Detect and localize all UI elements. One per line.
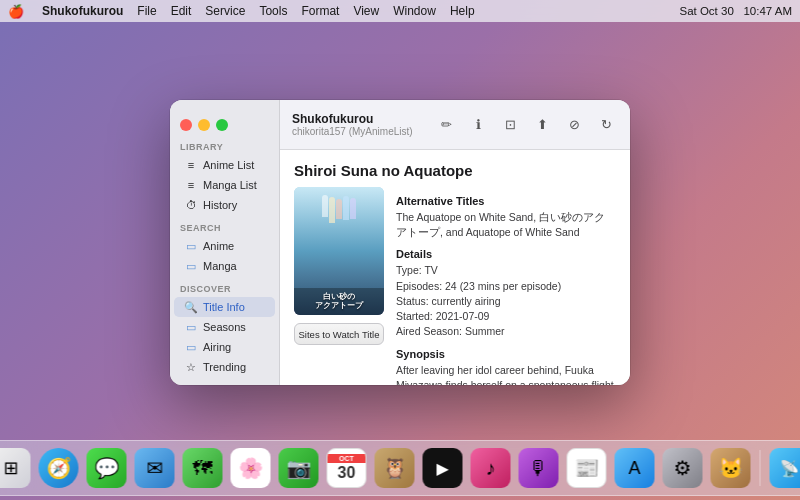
menubar-right: Sat Oct 30 10:47 AM [679, 5, 792, 17]
titlebar-actions: ✏ ℹ ⊡ ⬆ ⊘ ↻ [434, 113, 618, 137]
dock-maps[interactable]: 🗺 [181, 446, 225, 490]
alternative-titles-text: The Aquatope on White Sand, 白い砂のアクアトープ, … [396, 210, 616, 240]
sidebar-item-label: History [203, 199, 237, 211]
sidebar-item-label: Manga [203, 260, 237, 272]
poster-text-overlay: 白い砂のアクアトープ [294, 288, 384, 316]
sidebar-item-manga-search[interactable]: ▭ Manga [174, 256, 275, 276]
star-icon: ☆ [184, 360, 198, 374]
dock-profile[interactable]: 🐱 [709, 446, 753, 490]
sidebar-item-anime-list[interactable]: ≡ Anime List [174, 155, 275, 175]
dock-appletv[interactable]: ▶ [421, 446, 465, 490]
dock-calendar[interactable]: OCT 30 [325, 446, 369, 490]
history-icon: ⏱ [184, 198, 198, 212]
dock-music[interactable]: ♪ [469, 446, 513, 490]
sidebar-item-label: Airing [203, 341, 231, 353]
dock-preferences[interactable]: ⚙ [661, 446, 705, 490]
dock-photos[interactable]: 🌸 [229, 446, 273, 490]
sidebar-item-title-info[interactable]: 🔍 Title Info [174, 297, 275, 317]
sidebar-item-history[interactable]: ⏱ History [174, 195, 275, 215]
refresh-button[interactable]: ↻ [594, 113, 618, 137]
search-icon: ▭ [184, 259, 198, 273]
maximize-button[interactable] [216, 119, 228, 131]
poster-image: 白い砂のアクアトープ [294, 187, 384, 315]
sidebar-item-label: Anime [203, 240, 234, 252]
menubar-datetime: Sat Oct 30 10:47 AM [679, 5, 792, 17]
dock-mail[interactable]: ✉ [133, 446, 177, 490]
magnify-icon: 🔍 [184, 300, 198, 314]
details-episodes: Episodes: 24 (23 mins per episode) [396, 279, 616, 294]
anime-title: Shiroi Suna no Aquatope [294, 162, 616, 179]
menu-service[interactable]: Service [205, 4, 245, 18]
sidebar-item-label: Anime List [203, 159, 254, 171]
sidebar-item-seasons[interactable]: ▭ Seasons [174, 317, 275, 337]
minimize-button[interactable] [198, 119, 210, 131]
sidebar-item-label: Trending [203, 361, 246, 373]
content-details: Alternative Titles The Aquatope on White… [396, 187, 616, 385]
image-button[interactable]: ⊡ [498, 113, 522, 137]
details-label: Details [396, 248, 616, 260]
anime-poster: 白い砂のアクアトープ Sites to Watch Title [294, 187, 384, 385]
menubar-left: 🍎 Shukofukurou File Edit Service Tools F… [8, 4, 475, 19]
window-title: Shukofukurou [292, 112, 434, 126]
apple-menu[interactable]: 🍎 [8, 4, 24, 19]
edit-button[interactable]: ✏ [434, 113, 458, 137]
sidebar-item-manga-list[interactable]: ≡ Manga List [174, 175, 275, 195]
menu-edit[interactable]: Edit [171, 4, 192, 18]
sidebar-item-airing[interactable]: ▭ Airing [174, 337, 275, 357]
export-button[interactable]: ⬆ [530, 113, 554, 137]
dock: 🔍 ⊞ 🧭 💬 ✉ 🗺 🌸 📷 OCT 30 🦉 ▶ ♪ 🎙 📰 [0, 440, 800, 496]
dock-podcasts[interactable]: 🎙 [517, 446, 561, 490]
close-button[interactable] [180, 119, 192, 131]
list-icon: ≡ [184, 158, 198, 172]
content-row: 白い砂のアクアトープ Sites to Watch Title Alternat… [294, 187, 616, 385]
sidebar-item-label: Title Info [203, 301, 245, 313]
dock-news[interactable]: 📰 [565, 446, 609, 490]
seasons-icon: ▭ [184, 320, 198, 334]
synopsis-text: After leaving her idol career behind, Fu… [396, 363, 616, 385]
traffic-lights [170, 100, 280, 150]
menubar-app-name[interactable]: Shukofukurou [42, 4, 123, 18]
menu-view[interactable]: View [353, 4, 379, 18]
menu-format[interactable]: Format [301, 4, 339, 18]
menu-tools[interactable]: Tools [259, 4, 287, 18]
sidebar-item-anime-search[interactable]: ▭ Anime [174, 236, 275, 256]
dock-launchpad[interactable]: ⊞ [0, 446, 33, 490]
sidebar-item-label: Seasons [203, 321, 246, 333]
details-aired-season: Aired Season: Summer [396, 324, 616, 339]
main-content: Shiroi Suna no Aquatope 白い砂のアクアトープ [280, 150, 630, 385]
sidebar-item-trending[interactable]: ☆ Trending [174, 357, 275, 377]
info-button[interactable]: ℹ [466, 113, 490, 137]
details-type: Type: TV [396, 263, 616, 278]
window-subtitle: chikorita157 (MyAnimeList) [292, 126, 434, 137]
sites-to-watch-button[interactable]: Sites to Watch Title [294, 323, 384, 345]
dock-appstore[interactable]: A [613, 446, 657, 490]
search-icon: ▭ [184, 239, 198, 253]
details-started: Started: 2021-07-09 [396, 309, 616, 324]
dock-facetime[interactable]: 📷 [277, 446, 321, 490]
list-icon: ≡ [184, 178, 198, 192]
details-status: Status: currently airing [396, 294, 616, 309]
block-button[interactable]: ⊘ [562, 113, 586, 137]
synopsis-label: Synopsis [396, 348, 616, 360]
dock-safari[interactable]: 🧭 [37, 446, 81, 490]
airing-icon: ▭ [184, 340, 198, 354]
dock-shukofukurou[interactable]: 🦉 [373, 446, 417, 490]
menu-file[interactable]: File [137, 4, 156, 18]
menubar: 🍎 Shukofukurou File Edit Service Tools F… [0, 0, 800, 22]
alternative-titles-label: Alternative Titles [396, 195, 616, 207]
titlebar: Shukofukurou chikorita157 (MyAnimeList) … [280, 100, 630, 150]
sidebar-item-label: Manga List [203, 179, 257, 191]
app-window: Shukofukurou chikorita157 (MyAnimeList) … [170, 100, 630, 385]
menu-help[interactable]: Help [450, 4, 475, 18]
menu-window[interactable]: Window [393, 4, 436, 18]
search-section-label: SEARCH [170, 215, 279, 236]
dock-airdrop[interactable]: 📡 [768, 446, 801, 490]
dock-messages[interactable]: 💬 [85, 446, 129, 490]
titlebar-info: Shukofukurou chikorita157 (MyAnimeList) [292, 112, 434, 137]
discover-section-label: DISCOVER [170, 276, 279, 297]
